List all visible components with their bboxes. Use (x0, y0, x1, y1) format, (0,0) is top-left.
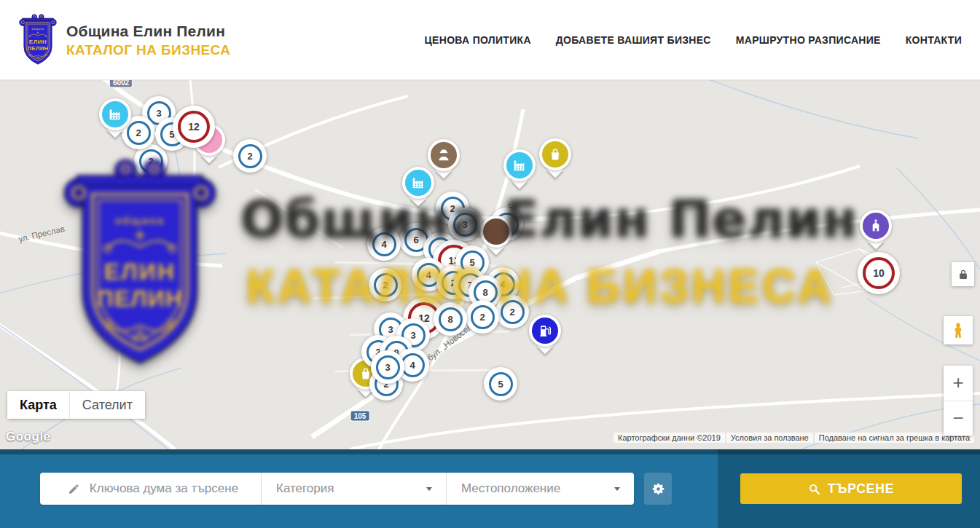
nav-add-your-business[interactable]: ДОБАВЕТЕ ВАШИЯТ БИЗНЕС (556, 34, 711, 46)
municipality-crest-icon (18, 13, 58, 67)
nav-pricing-policy[interactable]: ЦЕНОВА ПОЛИТИКА (425, 34, 531, 46)
lock-button[interactable] (952, 262, 974, 286)
map-type-map-button[interactable]: Карта (7, 391, 69, 419)
pencil-icon (68, 482, 80, 496)
zoom-in-button[interactable]: + (944, 366, 973, 401)
nav-route-schedule[interactable]: МАРШРУТНО РАЗПИСАНИЕ (736, 34, 881, 46)
map-attribution: Картографски данни ©2019 Условия за полз… (614, 433, 974, 443)
map-cluster-marker[interactable]: 2 (495, 295, 529, 328)
map-poi-marker-factory[interactable] (503, 149, 536, 181)
road-number-badge: 105 (351, 411, 369, 421)
map-cluster-marker[interactable]: 8 (434, 302, 467, 336)
map-poi-marker-fuel[interactable] (529, 315, 561, 347)
map-poi-marker-worker[interactable] (428, 139, 460, 171)
site-header: Община Елин Пелин КАТАЛОГ НА БИЗНЕСА ЦЕН… (0, 0, 980, 80)
keyword-segment (40, 473, 261, 505)
map-poi-marker-factory[interactable] (99, 98, 131, 130)
search-button[interactable]: ТЪРСЕНЕ (740, 473, 962, 504)
keyword-search-input[interactable] (90, 481, 261, 496)
street-view-pegman-button[interactable] (944, 316, 973, 344)
category-select[interactable]: Категория (261, 473, 446, 505)
map-cluster-marker[interactable]: 3 (448, 208, 482, 241)
site-subtitle: КАТАЛОГ НА БИЗНЕСА (66, 42, 230, 58)
map-poi-marker-factory[interactable] (402, 167, 434, 199)
map-poi-marker-bag[interactable] (539, 138, 571, 170)
category-select-label: Категория (276, 481, 334, 496)
attribution-terms-link[interactable]: Условия за ползване (726, 433, 813, 443)
map-cluster-marker[interactable]: 3 (371, 350, 404, 384)
zoom-control: + − (944, 366, 973, 436)
attribution-copyright: Картографски данни ©2019 (614, 433, 725, 443)
google-logo[interactable]: Google (6, 430, 51, 444)
gear-icon (651, 481, 666, 497)
map-type-control: Карта Сателит (7, 391, 145, 419)
main-nav: ЦЕНОВА ПОЛИТИКА ДОБАВЕТЕ ВАШИЯТ БИЗНЕС М… (425, 0, 962, 80)
map-cluster-marker[interactable]: 4 (367, 227, 401, 261)
road-number-badge: 6002 (110, 80, 132, 87)
map-poi-marker-church[interactable] (860, 210, 892, 242)
search-bar-top-edge (0, 449, 980, 454)
search-button-label: ТЪРСЕНЕ (828, 481, 894, 497)
map-poi-marker-plain[interactable] (480, 216, 512, 248)
pegman-icon (949, 321, 967, 340)
search-bar: Категория Местоположение ТЪРСЕНЕ (0, 449, 980, 528)
location-select-label: Местоположение (461, 481, 560, 496)
map-cluster-marker[interactable]: 2 (233, 139, 267, 173)
location-select[interactable]: Местоположение (446, 473, 634, 505)
advanced-settings-button[interactable] (644, 473, 672, 505)
site-logo-text: Община Елин Пелин КАТАЛОГ НА БИЗНЕСА (66, 23, 230, 58)
chevron-down-icon (614, 487, 620, 491)
map-cluster-marker[interactable]: 10 (858, 252, 900, 294)
map-cluster-marker[interactable]: 5 (484, 367, 517, 401)
zoom-out-button[interactable]: − (944, 401, 973, 436)
map-cluster-marker[interactable]: 2 (369, 268, 402, 302)
site-title: Община Елин Пелин (66, 23, 230, 40)
nav-contacts[interactable]: КОНТАКТИ (906, 34, 962, 46)
site-logo[interactable]: Община Елин Пелин КАТАЛОГ НА БИЗНЕСА (18, 13, 230, 67)
search-icon (808, 483, 820, 495)
map-canvas[interactable]: ул. Преславбул. „Новоселци“6002105 23251… (0, 80, 980, 449)
search-fields-group: Категория Местоположение (40, 473, 634, 505)
page: Община Елин Пелин КАТАЛОГ НА БИЗНЕСА ЦЕН… (0, 0, 980, 528)
map-type-satellite-button[interactable]: Сателит (69, 391, 145, 419)
lock-icon (957, 268, 970, 281)
map-cluster-marker[interactable]: 12 (173, 106, 215, 148)
map-cluster-marker[interactable]: 2 (466, 300, 499, 334)
chevron-down-icon (426, 487, 432, 491)
